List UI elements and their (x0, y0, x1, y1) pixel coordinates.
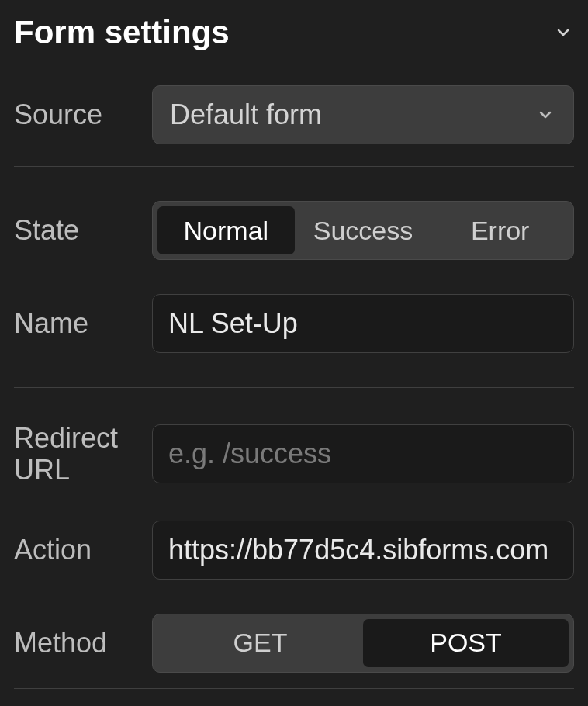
source-select[interactable]: Default form (152, 85, 574, 144)
source-selected-value: Default form (170, 99, 322, 131)
divider (14, 688, 574, 689)
divider (14, 387, 574, 388)
name-input[interactable] (152, 294, 574, 353)
method-label: Method (14, 627, 138, 659)
chevron-down-icon[interactable] (552, 22, 574, 43)
state-option-success[interactable]: Success (295, 206, 432, 254)
action-row: Action (14, 521, 574, 580)
panel-header[interactable]: Form settings (14, 14, 574, 51)
action-input[interactable] (152, 521, 574, 580)
method-option-post[interactable]: POST (363, 619, 569, 667)
action-label: Action (14, 534, 138, 566)
method-option-get[interactable]: GET (157, 619, 363, 667)
divider (14, 166, 574, 167)
redirect-row: Redirect URL (14, 422, 574, 486)
panel-title: Form settings (14, 14, 230, 51)
name-row: Name (14, 294, 574, 353)
state-option-normal[interactable]: Normal (157, 206, 295, 254)
state-segmented-control: Normal Success Error (152, 201, 574, 260)
form-settings-panel: Form settings Source Default form State … (0, 0, 588, 689)
redirect-url-input[interactable] (152, 424, 574, 483)
method-row: Method GET POST (14, 614, 574, 673)
state-option-error[interactable]: Error (431, 206, 569, 254)
chevron-down-icon (534, 104, 556, 126)
state-row: State Normal Success Error (14, 201, 574, 260)
source-row: Source Default form (14, 85, 574, 144)
redirect-url-label: Redirect URL (14, 422, 138, 486)
source-label: Source (14, 99, 138, 130)
name-label: Name (14, 307, 138, 339)
method-segmented-control: GET POST (152, 614, 574, 673)
state-label: State (14, 214, 138, 246)
